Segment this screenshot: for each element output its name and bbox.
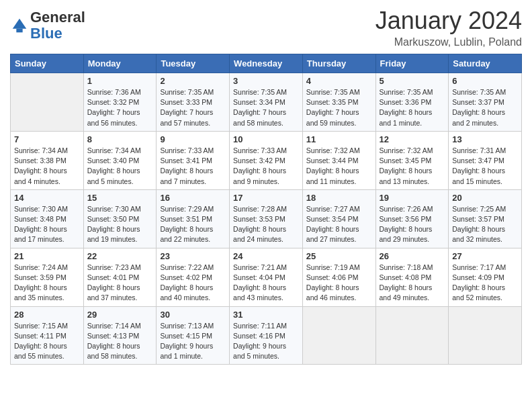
day-detail: Sunrise: 7:27 AMSunset: 3:54 PMDaylight:…: [306, 204, 372, 245]
day-number: 5: [380, 76, 445, 86]
calendar-day-cell: 29Sunrise: 7:14 AMSunset: 4:13 PMDayligh…: [83, 306, 157, 365]
day-detail: Sunrise: 7:33 AMSunset: 3:42 PMDaylight:…: [233, 146, 299, 187]
calendar-day-cell: 24Sunrise: 7:21 AMSunset: 4:04 PMDayligh…: [230, 248, 303, 306]
day-number: 12: [380, 134, 445, 144]
svg-marker-0: [13, 19, 27, 29]
day-detail: Sunrise: 7:14 AMSunset: 4:13 PMDaylight:…: [87, 321, 153, 362]
day-detail: Sunrise: 7:35 AMSunset: 3:33 PMDaylight:…: [160, 87, 226, 128]
day-detail: Sunrise: 7:35 AMSunset: 3:35 PMDaylight:…: [306, 87, 372, 128]
header: General Blue January 2024 Markuszow, Lub…: [10, 7, 522, 48]
weekday-header-row: SundayMondayTuesdayWednesdayThursdayFrid…: [11, 54, 522, 73]
calendar-day-cell: 11Sunrise: 7:32 AMSunset: 3:44 PMDayligh…: [302, 131, 375, 189]
calendar-week-row: 28Sunrise: 7:15 AMSunset: 4:11 PMDayligh…: [11, 306, 522, 365]
calendar-day-cell: 23Sunrise: 7:22 AMSunset: 4:02 PMDayligh…: [157, 248, 230, 306]
calendar-day-cell: 3Sunrise: 7:35 AMSunset: 3:34 PMDaylight…: [230, 73, 303, 132]
calendar-day-cell: 17Sunrise: 7:28 AMSunset: 3:53 PMDayligh…: [230, 189, 303, 248]
day-detail: Sunrise: 7:28 AMSunset: 3:53 PMDaylight:…: [233, 204, 299, 245]
day-detail: Sunrise: 7:30 AMSunset: 3:50 PMDaylight:…: [87, 204, 153, 245]
day-number: 19: [380, 193, 445, 203]
calendar-day-cell: 13Sunrise: 7:31 AMSunset: 3:47 PMDayligh…: [449, 131, 522, 189]
calendar-day-cell: 25Sunrise: 7:19 AMSunset: 4:06 PMDayligh…: [302, 248, 375, 306]
day-detail: Sunrise: 7:31 AMSunset: 3:47 PMDaylight:…: [452, 146, 518, 187]
calendar-day-cell: 4Sunrise: 7:35 AMSunset: 3:35 PMDaylight…: [302, 73, 375, 132]
calendar-day-cell: [375, 306, 449, 365]
weekday-header-tuesday: Tuesday: [157, 54, 230, 73]
day-number: 13: [452, 134, 518, 144]
day-number: 9: [160, 134, 226, 144]
day-detail: Sunrise: 7:34 AMSunset: 3:38 PMDaylight:…: [14, 146, 80, 187]
day-number: 11: [306, 134, 372, 144]
day-detail: Sunrise: 7:34 AMSunset: 3:40 PMDaylight:…: [87, 146, 153, 187]
day-detail: Sunrise: 7:18 AMSunset: 4:08 PMDaylight:…: [380, 263, 445, 304]
calendar-day-cell: 6Sunrise: 7:35 AMSunset: 3:37 PMDaylight…: [449, 73, 522, 132]
day-number: 2: [160, 76, 226, 86]
weekday-header-wednesday: Wednesday: [230, 54, 303, 73]
day-number: 24: [233, 251, 299, 261]
day-number: 31: [233, 310, 299, 320]
calendar-week-row: 14Sunrise: 7:30 AMSunset: 3:48 PMDayligh…: [11, 189, 522, 248]
day-detail: Sunrise: 7:30 AMSunset: 3:48 PMDaylight:…: [14, 204, 80, 245]
day-number: 21: [14, 251, 80, 261]
weekday-header-thursday: Thursday: [302, 54, 375, 73]
calendar-day-cell: 15Sunrise: 7:30 AMSunset: 3:50 PMDayligh…: [83, 189, 157, 248]
day-number: 14: [14, 193, 80, 203]
day-detail: Sunrise: 7:36 AMSunset: 3:32 PMDaylight:…: [87, 87, 153, 128]
day-detail: Sunrise: 7:11 AMSunset: 4:16 PMDaylight:…: [233, 321, 299, 362]
calendar-day-cell: 14Sunrise: 7:30 AMSunset: 3:48 PMDayligh…: [11, 189, 84, 248]
calendar-day-cell: 10Sunrise: 7:33 AMSunset: 3:42 PMDayligh…: [230, 131, 303, 189]
day-detail: Sunrise: 7:13 AMSunset: 4:15 PMDaylight:…: [160, 321, 226, 362]
day-number: 4: [306, 76, 372, 86]
calendar-day-cell: 31Sunrise: 7:11 AMSunset: 4:16 PMDayligh…: [230, 306, 303, 365]
day-detail: Sunrise: 7:19 AMSunset: 4:06 PMDaylight:…: [306, 263, 372, 304]
day-number: 16: [160, 193, 226, 203]
calendar-day-cell: 12Sunrise: 7:32 AMSunset: 3:45 PMDayligh…: [375, 131, 449, 189]
calendar-day-cell: 5Sunrise: 7:35 AMSunset: 3:36 PMDaylight…: [375, 73, 449, 132]
day-detail: Sunrise: 7:21 AMSunset: 4:04 PMDaylight:…: [233, 263, 299, 304]
day-detail: Sunrise: 7:15 AMSunset: 4:11 PMDaylight:…: [14, 321, 80, 362]
calendar-day-cell: [449, 306, 522, 365]
day-number: 26: [380, 251, 445, 261]
day-detail: Sunrise: 7:33 AMSunset: 3:41 PMDaylight:…: [160, 146, 226, 187]
calendar-subtitle: Markuszow, Lublin, Poland: [375, 36, 522, 48]
calendar-day-cell: [302, 306, 375, 365]
logo-icon: [10, 16, 29, 35]
calendar-table: SundayMondayTuesdayWednesdayThursdayFrid…: [10, 54, 522, 365]
logo-text: General Blue: [30, 9, 85, 42]
logo: General Blue: [10, 7, 85, 42]
day-number: 10: [233, 134, 299, 144]
day-number: 3: [233, 76, 299, 86]
day-detail: Sunrise: 7:24 AMSunset: 3:59 PMDaylight:…: [14, 263, 80, 304]
day-number: 25: [306, 251, 372, 261]
day-detail: Sunrise: 7:32 AMSunset: 3:45 PMDaylight:…: [380, 146, 445, 187]
day-number: 1: [87, 76, 153, 86]
calendar-day-cell: 22Sunrise: 7:23 AMSunset: 4:01 PMDayligh…: [83, 248, 157, 306]
day-number: 27: [452, 251, 518, 261]
calendar-day-cell: 7Sunrise: 7:34 AMSunset: 3:38 PMDaylight…: [11, 131, 84, 189]
day-detail: Sunrise: 7:32 AMSunset: 3:44 PMDaylight:…: [306, 146, 372, 187]
day-detail: Sunrise: 7:35 AMSunset: 3:36 PMDaylight:…: [380, 87, 445, 128]
calendar-week-row: 1Sunrise: 7:36 AMSunset: 3:32 PMDaylight…: [11, 73, 522, 132]
day-detail: Sunrise: 7:26 AMSunset: 3:56 PMDaylight:…: [380, 204, 445, 245]
calendar-day-cell: 16Sunrise: 7:29 AMSunset: 3:51 PMDayligh…: [157, 189, 230, 248]
calendar-day-cell: 19Sunrise: 7:26 AMSunset: 3:56 PMDayligh…: [375, 189, 449, 248]
day-detail: Sunrise: 7:29 AMSunset: 3:51 PMDaylight:…: [160, 204, 226, 245]
day-number: 18: [306, 193, 372, 203]
calendar-title: January 2024: [375, 7, 522, 35]
svg-rect-1: [16, 29, 22, 33]
day-number: 28: [14, 310, 80, 320]
day-detail: Sunrise: 7:35 AMSunset: 3:34 PMDaylight:…: [233, 87, 299, 128]
weekday-header-saturday: Saturday: [449, 54, 522, 73]
day-detail: Sunrise: 7:17 AMSunset: 4:09 PMDaylight:…: [452, 263, 518, 304]
calendar-week-row: 21Sunrise: 7:24 AMSunset: 3:59 PMDayligh…: [11, 248, 522, 306]
day-number: 8: [87, 134, 153, 144]
calendar-day-cell: 21Sunrise: 7:24 AMSunset: 3:59 PMDayligh…: [11, 248, 84, 306]
day-number: 22: [87, 251, 153, 261]
weekday-header-sunday: Sunday: [11, 54, 84, 73]
title-area: January 2024 Markuszow, Lublin, Poland: [375, 7, 522, 48]
calendar-day-cell: 1Sunrise: 7:36 AMSunset: 3:32 PMDaylight…: [83, 73, 157, 132]
calendar-day-cell: 27Sunrise: 7:17 AMSunset: 4:09 PMDayligh…: [449, 248, 522, 306]
calendar-week-row: 7Sunrise: 7:34 AMSunset: 3:38 PMDaylight…: [11, 131, 522, 189]
calendar-day-cell: 18Sunrise: 7:27 AMSunset: 3:54 PMDayligh…: [302, 189, 375, 248]
day-number: 6: [452, 76, 518, 86]
calendar-day-cell: 28Sunrise: 7:15 AMSunset: 4:11 PMDayligh…: [11, 306, 84, 365]
